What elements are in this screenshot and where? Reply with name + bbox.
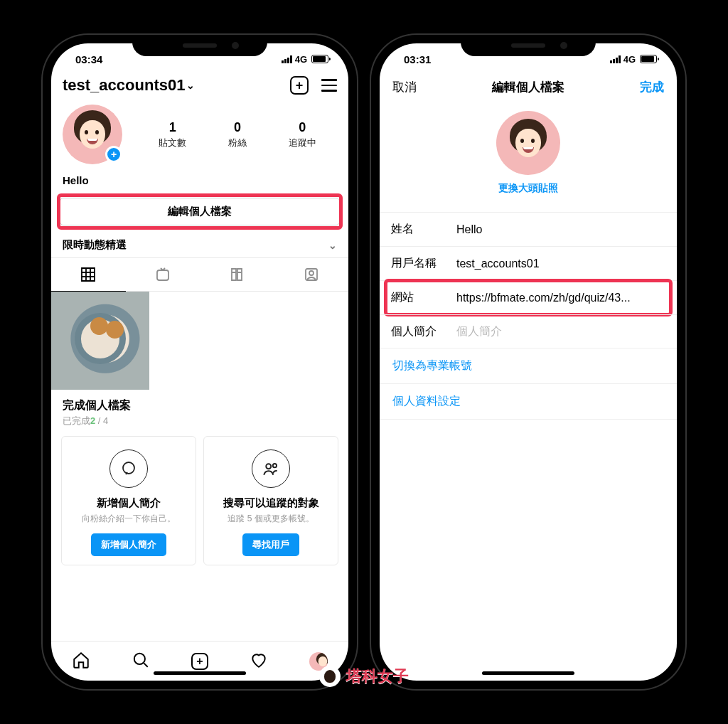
nav-create[interactable]: + [191, 653, 208, 670]
status-time: 03:31 [404, 53, 431, 65]
search-icon [132, 651, 150, 669]
nav-activity[interactable] [250, 651, 268, 672]
nav-search[interactable] [132, 651, 150, 672]
chevron-down-icon: ⌄ [186, 80, 195, 91]
card-add-bio: 新增個人簡介 向粉絲介紹一下你自己。 新增個人簡介 [61, 436, 196, 565]
stat-posts[interactable]: 1 貼文數 [159, 120, 186, 149]
svg-point-2 [309, 271, 314, 275]
complete-profile-section: 完成個人檔案 已完成2 / 4 [51, 390, 348, 430]
complete-profile-title: 完成個人檔案 [63, 398, 337, 413]
card-desc: 追蹤 5 個或更多帳號。 [228, 513, 314, 525]
complete-profile-progress: 已完成2 / 4 [63, 415, 337, 427]
edit-title: 編輯個人檔案 [492, 79, 564, 95]
post-thumbnail[interactable] [51, 292, 149, 390]
watermark: 塔科女子 [319, 666, 409, 687]
done-button[interactable]: 完成 [640, 79, 664, 95]
card-find-people-button[interactable]: 尋找用戶 [242, 533, 299, 556]
field-name[interactable]: 姓名 Hello [380, 212, 677, 246]
switch-professional-button[interactable]: 切換為專業帳號 [380, 348, 677, 383]
grid-icon [80, 266, 97, 283]
personal-info-settings-button[interactable]: 個人資料設定 [380, 384, 677, 419]
tab-igtv[interactable] [126, 258, 200, 291]
card-title: 新增個人簡介 [97, 496, 161, 510]
stat-following[interactable]: 0 追蹤中 [289, 120, 316, 149]
story-highlights-row[interactable]: 限時動態精選 ⌄ [51, 233, 348, 257]
card-desc: 向粉絲介紹一下你自己。 [82, 513, 176, 525]
signal-icon [610, 55, 621, 63]
complete-cards: 新增個人簡介 向粉絲介紹一下你自己。 新增個人簡介 搜尋可以追蹤的對象 追蹤 5… [51, 430, 348, 565]
edit-fields: 姓名 Hello 用戶名稱 test_accounts01 網站 https:/… [380, 212, 677, 348]
svg-rect-0 [157, 270, 168, 280]
field-placeholder: 個人簡介 [456, 324, 665, 339]
network-label: 4G [623, 54, 636, 65]
screen-edit-profile: 03:31 4G 取消 編輯個人檔案 完成 更換大頭貼照 姓名 Hello 用戶… [380, 43, 677, 681]
field-bio[interactable]: 個人簡介 個人簡介 [380, 314, 677, 348]
create-button[interactable]: + [290, 76, 309, 95]
watermark-text: 塔科女子 [346, 666, 409, 687]
stats-row: + 1 貼文數 0 粉絲 0 追蹤中 [51, 100, 348, 171]
chat-icon [109, 449, 148, 488]
field-value: https://bfmate.com/zh/gd/quiz/43... [456, 292, 665, 304]
phone-left: 03:34 4G test_accounts01 ⌄ + + [43, 35, 357, 689]
tagged-icon [303, 266, 320, 283]
display-name: Hello [51, 171, 348, 193]
username-label: test_accounts01 [63, 76, 185, 95]
change-photo-button[interactable]: 更換大頭貼照 [498, 182, 558, 195]
svg-point-5 [273, 464, 277, 467]
home-indicator[interactable] [482, 671, 574, 675]
field-label: 個人簡介 [391, 324, 456, 339]
card-title: 搜尋可以追蹤的對象 [223, 496, 319, 510]
add-story-badge[interactable]: + [105, 146, 122, 163]
notch [461, 35, 596, 56]
svg-point-4 [266, 464, 271, 469]
battery-icon [640, 55, 657, 63]
card-add-bio-button[interactable]: 新增個人簡介 [91, 533, 166, 556]
people-icon [252, 449, 290, 488]
feed-tabs [51, 257, 348, 292]
avatar[interactable] [496, 111, 560, 175]
nav-home[interactable] [72, 651, 90, 672]
stat-followers[interactable]: 0 粉絲 [228, 120, 247, 149]
tab-grid[interactable] [51, 258, 126, 291]
phone-right: 03:31 4G 取消 編輯個人檔案 完成 更換大頭貼照 姓名 Hello 用戶… [371, 35, 685, 689]
avatar[interactable]: + [63, 105, 122, 164]
status-time: 03:34 [75, 53, 102, 65]
field-value: test_accounts01 [456, 257, 665, 270]
guides-icon [228, 266, 245, 283]
menu-button[interactable] [321, 79, 337, 92]
tab-guides[interactable] [200, 258, 274, 291]
network-label: 4G [295, 54, 307, 65]
status-icons: 4G [282, 54, 328, 65]
screen-profile: 03:34 4G test_accounts01 ⌄ + + [51, 43, 348, 681]
heart-icon [250, 651, 268, 669]
field-website[interactable]: 網站 https://bfmate.com/zh/gd/quiz/43... [380, 280, 677, 314]
edit-avatar-section: 更換大頭貼照 [380, 111, 677, 195]
username-dropdown[interactable]: test_accounts01 ⌄ [63, 76, 195, 95]
svg-point-6 [134, 653, 145, 664]
tab-tagged[interactable] [274, 258, 349, 291]
home-indicator[interactable] [154, 671, 246, 675]
story-highlights-label: 限時動態精選 [63, 238, 127, 252]
field-label: 姓名 [391, 222, 456, 237]
field-label: 用戶名稱 [391, 256, 456, 271]
field-username[interactable]: 用戶名稱 test_accounts01 [380, 246, 677, 280]
edit-header: 取消 編輯個人檔案 完成 [380, 75, 677, 101]
field-label: 網站 [391, 290, 456, 305]
card-find-people: 搜尋可以追蹤的對象 追蹤 5 個或更多帳號。 尋找用戶 [203, 436, 338, 565]
cancel-button[interactable]: 取消 [392, 79, 417, 95]
watermark-icon [319, 666, 341, 687]
signal-icon [282, 55, 292, 63]
notch [132, 35, 267, 56]
edit-profile-button[interactable]: 編輯個人檔案 [60, 198, 340, 225]
chevron-down-icon: ⌄ [328, 240, 337, 251]
battery-icon [311, 55, 328, 63]
post-grid [51, 292, 348, 390]
status-icons: 4G [610, 54, 657, 65]
svg-point-3 [123, 462, 134, 474]
home-icon [72, 651, 90, 669]
field-value: Hello [456, 223, 665, 236]
profile-header: test_accounts01 ⌄ + [51, 75, 348, 100]
igtv-icon [154, 266, 171, 283]
